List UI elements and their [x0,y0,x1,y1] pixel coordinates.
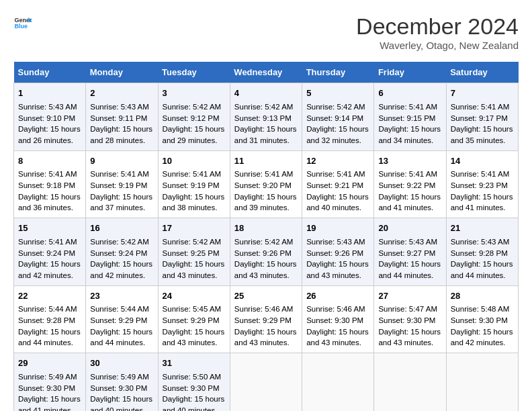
daylight-text: Daylight: 15 hours and 35 minutes. [451,125,513,144]
title-area: December 2024 Waverley, Otago, New Zeala… [356,13,519,51]
calendar-table: SundayMondayTuesdayWednesdayThursdayFrid… [13,62,519,411]
sunrise-text: Sunrise: 5:43 AM [306,238,365,246]
sunset-text: Sunset: 9:17 PM [451,114,508,122]
sunset-text: Sunset: 9:18 PM [18,181,75,189]
sunset-text: Sunset: 9:26 PM [234,249,292,257]
day-number: 7 [451,87,514,100]
calendar-cell: 16Sunrise: 5:42 AMSunset: 9:24 PMDayligh… [86,218,158,286]
day-number: 26 [306,290,369,303]
day-number: 18 [234,222,298,235]
day-number: 28 [451,290,514,303]
daylight-text: Daylight: 15 hours and 32 minutes. [306,125,369,144]
sunset-text: Sunset: 9:21 PM [306,181,363,189]
sunset-text: Sunset: 9:30 PM [90,384,147,392]
column-header-sunday: Sunday [14,62,86,83]
day-number: 13 [378,155,441,168]
calendar-cell: 1Sunrise: 5:43 AMSunset: 9:10 PMDaylight… [14,83,86,151]
calendar-cell: 2Sunrise: 5:43 AMSunset: 9:11 PMDaylight… [86,83,158,151]
column-header-tuesday: Tuesday [158,62,230,83]
sunrise-text: Sunrise: 5:41 AM [163,170,222,178]
daylight-text: Daylight: 15 hours and 43 minutes. [234,260,297,279]
sunrise-text: Sunrise: 5:41 AM [451,170,510,178]
day-number: 11 [234,155,298,168]
day-number: 9 [90,155,153,168]
daylight-text: Daylight: 15 hours and 40 minutes. [90,395,152,411]
daylight-text: Daylight: 15 hours and 44 minutes. [378,260,441,279]
calendar-cell: 14Sunrise: 5:41 AMSunset: 9:23 PMDayligh… [446,150,518,218]
sunrise-text: Sunrise: 5:42 AM [234,238,294,246]
column-header-friday: Friday [374,62,446,83]
daylight-text: Daylight: 15 hours and 38 minutes. [163,193,225,212]
calendar-cell: 8Sunrise: 5:41 AMSunset: 9:18 PMDaylight… [14,150,86,218]
sunrise-text: Sunrise: 5:41 AM [234,170,294,178]
sunrise-text: Sunrise: 5:46 AM [306,305,365,313]
sunset-text: Sunset: 9:13 PM [234,114,292,122]
sunset-text: Sunset: 9:30 PM [163,384,220,392]
day-number: 21 [451,222,514,235]
daylight-text: Daylight: 15 hours and 43 minutes. [306,260,369,279]
sunset-text: Sunset: 9:29 PM [163,316,220,324]
sunrise-text: Sunrise: 5:42 AM [306,103,365,111]
calendar-cell: 5Sunrise: 5:42 AMSunset: 9:14 PMDaylight… [302,83,374,151]
calendar-header-row: SundayMondayTuesdayWednesdayThursdayFrid… [14,62,519,83]
calendar-cell [374,353,446,411]
calendar-cell: 20Sunrise: 5:43 AMSunset: 9:27 PMDayligh… [374,218,446,286]
calendar-cell: 13Sunrise: 5:41 AMSunset: 9:22 PMDayligh… [374,150,446,218]
calendar-cell [446,353,518,411]
calendar-cell: 23Sunrise: 5:44 AMSunset: 9:29 PMDayligh… [86,285,158,353]
sunrise-text: Sunrise: 5:49 AM [18,373,77,381]
sunrise-text: Sunrise: 5:43 AM [18,103,77,111]
calendar-cell: 30Sunrise: 5:49 AMSunset: 9:30 PMDayligh… [86,353,158,411]
calendar-cell: 19Sunrise: 5:43 AMSunset: 9:26 PMDayligh… [302,218,374,286]
calendar-body: 1Sunrise: 5:43 AMSunset: 9:10 PMDaylight… [14,83,519,412]
day-number: 23 [90,290,153,303]
calendar-cell: 7Sunrise: 5:41 AMSunset: 9:17 PMDaylight… [446,83,518,151]
page-header: General Blue December 2024 Waverley, Ota… [13,13,519,51]
sunrise-text: Sunrise: 5:44 AM [90,305,149,313]
daylight-text: Daylight: 15 hours and 31 minutes. [234,125,297,144]
daylight-text: Daylight: 15 hours and 42 minutes. [451,328,513,347]
sunset-text: Sunset: 9:27 PM [378,249,435,257]
calendar-cell: 25Sunrise: 5:46 AMSunset: 9:29 PMDayligh… [230,285,302,353]
day-number: 6 [378,87,441,100]
daylight-text: Daylight: 15 hours and 43 minutes. [163,328,225,347]
daylight-text: Daylight: 15 hours and 28 minutes. [90,125,152,144]
column-header-thursday: Thursday [302,62,374,83]
day-number: 14 [451,155,514,168]
sunrise-text: Sunrise: 5:42 AM [163,103,222,111]
day-number: 25 [234,290,298,303]
daylight-text: Daylight: 15 hours and 40 minutes. [163,395,225,411]
day-number: 27 [378,290,441,303]
sunset-text: Sunset: 9:24 PM [18,249,75,257]
calendar-cell: 10Sunrise: 5:41 AMSunset: 9:19 PMDayligh… [158,150,230,218]
day-number: 10 [163,155,226,168]
day-number: 5 [306,87,369,100]
sunset-text: Sunset: 9:23 PM [451,181,508,189]
daylight-text: Daylight: 15 hours and 42 minutes. [18,260,81,279]
sunrise-text: Sunrise: 5:43 AM [90,103,149,111]
sunset-text: Sunset: 9:11 PM [90,114,147,122]
sunset-text: Sunset: 9:19 PM [90,181,147,189]
calendar-cell: 12Sunrise: 5:41 AMSunset: 9:21 PMDayligh… [302,150,374,218]
calendar-cell: 9Sunrise: 5:41 AMSunset: 9:19 PMDaylight… [86,150,158,218]
calendar-cell: 15Sunrise: 5:41 AMSunset: 9:24 PMDayligh… [14,218,86,286]
calendar-cell: 29Sunrise: 5:49 AMSunset: 9:30 PMDayligh… [14,353,86,411]
daylight-text: Daylight: 15 hours and 41 minutes. [18,395,81,411]
calendar-cell: 24Sunrise: 5:45 AMSunset: 9:29 PMDayligh… [158,285,230,353]
svg-text:Blue: Blue [14,23,28,30]
sunrise-text: Sunrise: 5:49 AM [90,373,149,381]
day-number: 3 [163,87,226,100]
sunset-text: Sunset: 9:19 PM [163,181,220,189]
column-header-saturday: Saturday [446,62,518,83]
calendar-cell: 22Sunrise: 5:44 AMSunset: 9:28 PMDayligh… [14,285,86,353]
calendar-week-row: 8Sunrise: 5:41 AMSunset: 9:18 PMDaylight… [14,150,519,218]
daylight-text: Daylight: 15 hours and 44 minutes. [451,260,513,279]
day-number: 4 [234,87,298,100]
day-number: 31 [163,357,226,370]
sunset-text: Sunset: 9:29 PM [234,316,292,324]
daylight-text: Daylight: 15 hours and 43 minutes. [378,328,441,347]
sunset-text: Sunset: 9:10 PM [18,114,75,122]
daylight-text: Daylight: 15 hours and 36 minutes. [18,193,81,212]
daylight-text: Daylight: 15 hours and 44 minutes. [18,328,81,347]
sunrise-text: Sunrise: 5:42 AM [163,238,222,246]
